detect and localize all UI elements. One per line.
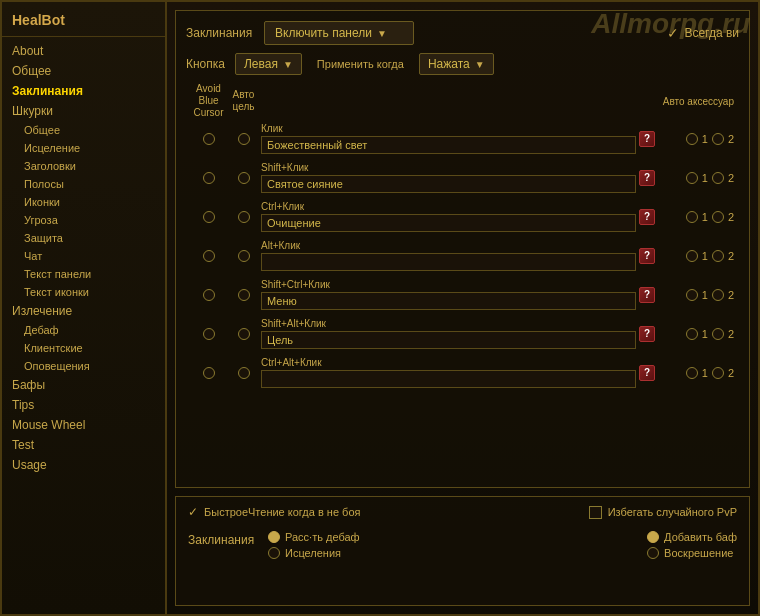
sidebar-item-zaklinaniya[interactable]: Заклинания	[2, 81, 165, 101]
sidebar-item-tips[interactable]: Tips	[2, 395, 165, 415]
accessory-group-1: 1 2	[654, 172, 734, 184]
add-buf-option[interactable]: Добавить баф	[647, 531, 737, 543]
acc-radio1-2[interactable]	[686, 211, 698, 223]
sidebar-item-opoveshenia[interactable]: Оповещения	[2, 357, 165, 375]
acc-radio2-4[interactable]	[712, 289, 724, 301]
avoid-radio-cell-2	[191, 211, 226, 223]
debaf-label: Расс·ть дебаф	[285, 531, 360, 543]
sidebar-item-chat[interactable]: Чат	[2, 247, 165, 265]
sidebar: HealBot About Общее Заклинания Шкурки Об…	[2, 2, 167, 614]
avoid-pvp-option[interactable]: Избегать случайного PvP	[589, 505, 737, 519]
avoid-radio-5[interactable]	[203, 328, 215, 340]
question-btn-4[interactable]: ?	[639, 287, 655, 303]
spell-input-1[interactable]	[261, 175, 636, 193]
sidebar-item-obshee[interactable]: Общее	[2, 61, 165, 81]
sidebar-item-mouse-wheel[interactable]: Mouse Wheel	[2, 415, 165, 435]
sidebar-item-test[interactable]: Test	[2, 435, 165, 455]
pressed-dropdown-arrow-icon: ▼	[475, 59, 485, 70]
acc-radio2-5[interactable]	[712, 328, 724, 340]
sidebar-item-iscelenie[interactable]: Исцеление	[2, 139, 165, 157]
left-button-dropdown[interactable]: Левая ▼	[235, 53, 302, 75]
acc-label2-1: 2	[728, 172, 734, 184]
avoid-radio-2[interactable]	[203, 211, 215, 223]
spell-input-4[interactable]	[261, 292, 636, 310]
acc-label1-4: 1	[702, 289, 708, 301]
spell-input-wrap-5: Shift+Alt+Клик	[261, 318, 636, 349]
avoid-radio-cell-6	[191, 367, 226, 379]
avoid-radio-cell-4	[191, 289, 226, 301]
auto-aim-radio-cell-4	[226, 289, 261, 301]
voskresenie-radio[interactable]	[647, 547, 659, 559]
auto-aim-radio-4[interactable]	[238, 289, 250, 301]
auto-aim-radio-1[interactable]	[238, 172, 250, 184]
sidebar-item-debaf[interactable]: Дебаф	[2, 321, 165, 339]
sidebar-item-izlecenie[interactable]: Излечение	[2, 301, 165, 321]
iscelenie-radio[interactable]	[268, 547, 280, 559]
voskresenie-option[interactable]: Воскрешение	[647, 547, 737, 559]
spell-input-3[interactable]	[261, 253, 636, 271]
spell-input-5[interactable]	[261, 331, 636, 349]
spell-input-0[interactable]	[261, 136, 636, 154]
sidebar-item-klientskie[interactable]: Клиентские	[2, 339, 165, 357]
question-btn-5[interactable]: ?	[639, 326, 655, 342]
spell-input-wrap-3: Alt+Клик	[261, 240, 636, 271]
debaf-radio[interactable]	[268, 531, 280, 543]
acc-radio1-5[interactable]	[686, 328, 698, 340]
sidebar-item-polosy[interactable]: Полосы	[2, 175, 165, 193]
auto-aim-radio-2[interactable]	[238, 211, 250, 223]
add-buf-radio[interactable]	[647, 531, 659, 543]
accessory-group-3: 1 2	[654, 250, 734, 262]
acc-radio1-1[interactable]	[686, 172, 698, 184]
pressed-dropdown[interactable]: Нажата ▼	[419, 53, 494, 75]
sidebar-item-ikonki[interactable]: Иконки	[2, 193, 165, 211]
auto-aim-radio-6[interactable]	[238, 367, 250, 379]
sidebar-item-shkurki[interactable]: Шкурки	[2, 101, 165, 121]
pressed-label: Нажата	[428, 57, 470, 71]
left-label: Левая	[244, 57, 278, 71]
acc-radio1-6[interactable]	[686, 367, 698, 379]
th-avoid: Avoid Blue Cursor	[191, 83, 226, 119]
avoid-radio-3[interactable]	[203, 250, 215, 262]
question-btn-1[interactable]: ?	[639, 170, 655, 186]
sidebar-item-about[interactable]: About	[2, 41, 165, 61]
avoid-radio-4[interactable]	[203, 289, 215, 301]
dropdown-arrow-icon: ▼	[377, 28, 387, 39]
sidebar-item-tekst-panel[interactable]: Текст панели	[2, 265, 165, 283]
sidebar-item-zashita[interactable]: Защита	[2, 229, 165, 247]
acc-radio2-0[interactable]	[712, 133, 724, 145]
avoid-radio-0[interactable]	[203, 133, 215, 145]
question-btn-2[interactable]: ?	[639, 209, 655, 225]
avoid-radio-6[interactable]	[203, 367, 215, 379]
question-btn-6[interactable]: ?	[639, 365, 655, 381]
always-visible-checkbox[interactable]: ✓ Всегда ви	[667, 25, 739, 41]
sidebar-item-ugroza[interactable]: Угроза	[2, 211, 165, 229]
fast-read-option[interactable]: ✓ БыстроеЧтение когда в не боя	[188, 505, 360, 519]
avoid-radio-1[interactable]	[203, 172, 215, 184]
auto-aim-radio-3[interactable]	[238, 250, 250, 262]
auto-aim-radio-0[interactable]	[238, 133, 250, 145]
auto-aim-radio-5[interactable]	[238, 328, 250, 340]
acc-radio2-6[interactable]	[712, 367, 724, 379]
spell-type-section-right: Добавить баф Воскрешение	[647, 531, 737, 559]
sidebar-item-tekst-ikonki[interactable]: Текст иконки	[2, 283, 165, 301]
enable-panels-dropdown[interactable]: Включить панели ▼	[264, 21, 414, 45]
sidebar-item-zagolovki[interactable]: Заголовки	[2, 157, 165, 175]
iscelenie-option[interactable]: Исцеления	[268, 547, 360, 559]
acc-radio2-3[interactable]	[712, 250, 724, 262]
question-btn-3[interactable]: ?	[639, 248, 655, 264]
sidebar-item-bafy[interactable]: Бафы	[2, 375, 165, 395]
acc-radio2-1[interactable]	[712, 172, 724, 184]
sidebar-item-usage[interactable]: Usage	[2, 455, 165, 475]
avoid-radio-cell-1	[191, 172, 226, 184]
spell-input-2[interactable]	[261, 214, 636, 232]
acc-radio1-0[interactable]	[686, 133, 698, 145]
spell-combo-label-5: Shift+Alt+Клик	[261, 318, 326, 329]
sidebar-item-shkurki-obshee[interactable]: Общее	[2, 121, 165, 139]
spell-type-label: Заклинания	[188, 531, 258, 547]
question-btn-0[interactable]: ?	[639, 131, 655, 147]
acc-radio1-4[interactable]	[686, 289, 698, 301]
acc-radio1-3[interactable]	[686, 250, 698, 262]
spell-input-6[interactable]	[261, 370, 636, 388]
acc-radio2-2[interactable]	[712, 211, 724, 223]
debaf-option[interactable]: Расс·ть дебаф	[268, 531, 360, 543]
